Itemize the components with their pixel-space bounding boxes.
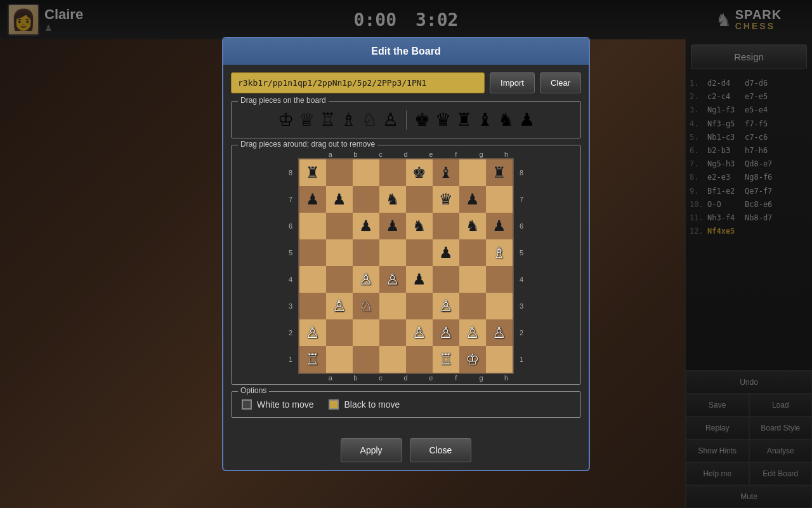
board-cell[interactable] [299,213,326,239]
file-d-top: d [393,150,419,158]
board-cell[interactable] [379,293,406,319]
board-cell[interactable]: ♙ [433,293,459,319]
white-queen-piece[interactable]: ♕ [299,109,315,130]
board-cell[interactable] [406,293,433,319]
board-cell[interactable] [486,293,513,319]
board-cell[interactable]: ♜ [299,159,326,186]
white-bishop-piece[interactable]: ♗ [341,109,357,130]
black-knight-piece[interactable]: ♞ [498,109,514,130]
board-cell[interactable]: ♙ [406,319,433,346]
file-h-bot: h [494,374,519,382]
board-cell[interactable] [379,239,406,266]
board-cell[interactable]: ♗ [486,239,513,266]
board-cell[interactable]: ♙ [379,266,406,293]
white-knight-piece[interactable]: ♘ [362,109,377,130]
dialog-title: Edit the Board [223,38,589,65]
black-pawn-piece[interactable]: ♟ [519,109,535,130]
white-pawn-piece[interactable]: ♙ [383,109,398,130]
board-cell[interactable]: ♟ [459,186,486,213]
board-cell[interactable] [326,159,353,186]
pieces-row: ♔ ♕ ♖ ♗ ♘ ♙ ♚ ♛ ♜ ♝ ♞ ♟ [232,102,580,138]
rank-1-left: 1 [285,346,296,373]
board-cell[interactable]: ♟ [379,213,406,239]
close-button[interactable]: Close [410,438,472,462]
board-cell[interactable]: ♟ [299,186,326,213]
file-e-top: e [418,150,443,158]
board-cell[interactable] [353,346,379,373]
board-cell[interactable] [486,346,513,373]
board-cell[interactable]: ♔ [459,346,486,373]
board-cell[interactable] [299,266,326,293]
board-cell[interactable]: ♝ [433,159,459,186]
black-king-piece[interactable]: ♚ [414,109,430,130]
board-cell[interactable] [486,266,513,293]
board-cell[interactable]: ♜ [486,159,513,186]
board-cell[interactable]: ♟ [353,213,379,239]
board-cell[interactable] [379,319,406,346]
board-cell[interactable] [353,159,379,186]
options-section: Options White to move Black to move [231,391,581,418]
board-cell[interactable] [326,346,353,373]
board-cell[interactable] [459,266,486,293]
black-queen-piece[interactable]: ♛ [435,109,451,130]
black-rook-piece[interactable]: ♜ [456,109,472,130]
board-cell[interactable] [406,239,433,266]
white-to-move-checkbox[interactable] [242,399,252,410]
board-cell[interactable] [459,159,486,186]
board-cell[interactable] [326,239,353,266]
dialog-body: Import Clear Drag pieces on the board ♔ … [223,65,589,432]
file-a-top: a [318,150,343,158]
white-rook-piece[interactable]: ♖ [320,109,336,130]
board-cell[interactable] [326,266,353,293]
clear-button[interactable]: Clear [540,72,581,93]
board-cell[interactable]: ♞ [379,186,406,213]
board-cell[interactable]: ♖ [299,346,326,373]
board-cell[interactable]: ♞ [406,213,433,239]
board-cell[interactable] [433,266,459,293]
white-king-piece[interactable]: ♔ [278,109,294,130]
board-cell[interactable]: ♞ [459,213,486,239]
board-cell[interactable] [486,186,513,213]
board-with-ranks: 8 7 6 5 4 3 2 1 ♜♚♝♜♟♟♞♛♟♟♟♞ [285,158,527,374]
board-cell[interactable]: ♖ [433,346,459,373]
board-cell[interactable] [433,213,459,239]
file-f-top: f [443,150,469,158]
board-cell[interactable] [459,239,486,266]
board-ranks-left: 8 7 6 5 4 3 2 1 [285,159,296,373]
board-cell[interactable] [406,346,433,373]
board-cell[interactable]: ♙ [326,293,353,319]
board-cell[interactable]: ♘ [353,293,379,319]
apply-button[interactable]: Apply [341,438,402,462]
piece-divider [406,110,407,130]
board-cell[interactable] [353,239,379,266]
board-cell[interactable]: ♟ [406,266,433,293]
black-bishop-piece[interactable]: ♝ [477,109,493,130]
board-cell[interactable] [326,319,353,346]
board-cell[interactable] [353,186,379,213]
dialog-buttons: Apply Close [223,432,589,470]
board-cell[interactable]: ♟ [486,213,513,239]
board-cell[interactable]: ♟ [433,239,459,266]
board-cell[interactable]: ♙ [353,266,379,293]
board-cell[interactable]: ♛ [433,186,459,213]
black-to-move-checkbox[interactable] [329,399,339,410]
board-cell[interactable] [299,293,326,319]
chess-board[interactable]: ♜♚♝♜♟♟♞♛♟♟♟♞♞♟♟♗♙♙♟♙♘♙♙♙♙♙♙♖♖♔ [298,158,514,374]
board-cell[interactable]: ♚ [406,159,433,186]
board-cell[interactable]: ♙ [299,319,326,346]
board-cell[interactable]: ♙ [459,319,486,346]
board-cell[interactable]: ♙ [486,319,513,346]
board-cell[interactable] [379,159,406,186]
board-cell[interactable] [379,346,406,373]
board-cell[interactable]: ♟ [326,186,353,213]
rank-3-left: 3 [285,293,296,319]
board-cell[interactable] [353,319,379,346]
board-cell[interactable]: ♙ [433,319,459,346]
file-a-bot: a [318,374,343,382]
fen-input[interactable] [231,72,485,93]
board-cell[interactable] [326,213,353,239]
board-cell[interactable] [459,293,486,319]
import-button[interactable]: Import [490,72,535,93]
board-cell[interactable] [406,186,433,213]
board-cell[interactable] [299,239,326,266]
